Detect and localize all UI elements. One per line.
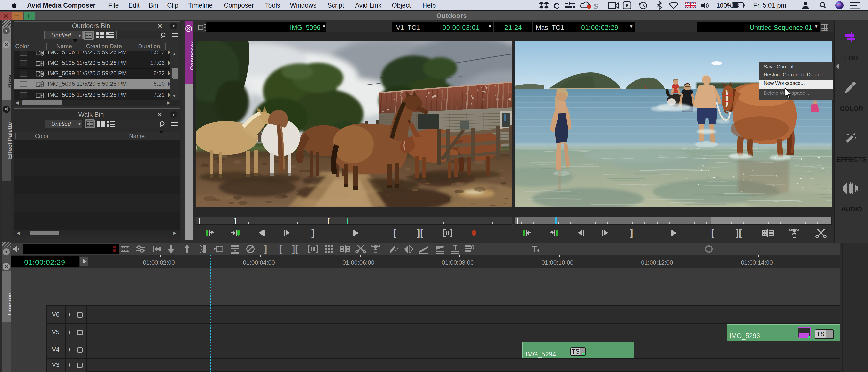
svg-text:]: ] [264, 244, 267, 254]
svg-text:6: 6 [626, 3, 628, 8]
svg-text:][: ][ [292, 244, 299, 254]
svg-text:[: [ [279, 244, 282, 254]
